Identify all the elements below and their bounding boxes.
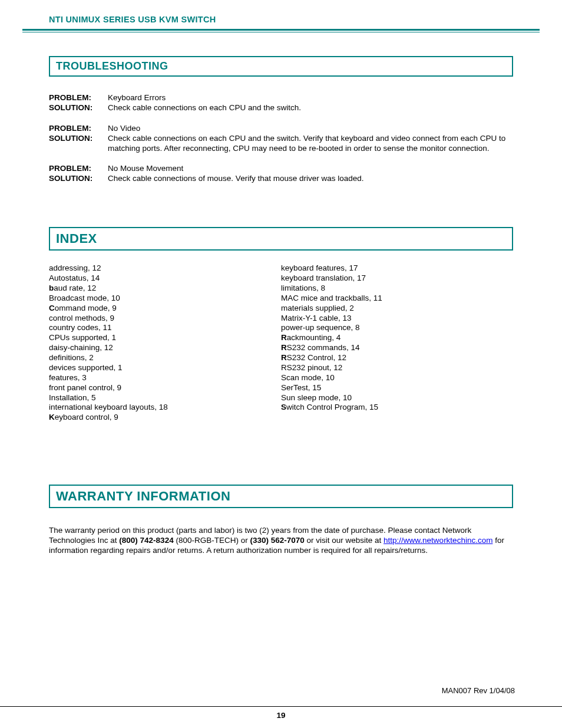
troubleshooting-content: PROBLEM: SOLUTION: Keyboard Errors Check…	[49, 93, 513, 184]
index-entry: Autostatus, 14	[49, 274, 281, 284]
index-entry: Command mode, 9	[49, 304, 281, 314]
section-heading-index: INDEX	[49, 227, 513, 251]
index-content: addressing, 12Autostatus, 14baud rate, 1…	[49, 263, 513, 423]
index-entry: addressing, 12	[49, 263, 281, 274]
index-entry: country codes, 11	[49, 323, 281, 333]
warranty-phone1: (800) 742-8324	[119, 536, 173, 545]
index-entry: international keyboard layouts, 18	[49, 403, 281, 413]
index-entry: front panel control, 9	[49, 383, 281, 393]
index-entry: Rackmounting, 4	[281, 333, 513, 343]
problem-text: No Video	[108, 124, 513, 134]
index-entry: Matrix-Y-1 cable, 13	[281, 314, 513, 324]
index-entry: baud rate, 12	[49, 284, 281, 294]
section-heading-troubleshooting: TROUBLESHOOTING	[49, 56, 513, 77]
label-solution: SOLUTION:	[49, 134, 108, 144]
footer-revision: MAN007 Rev 1/04/08	[442, 686, 515, 695]
label-solution: SOLUTION:	[49, 174, 108, 184]
solution-text: Check cable connections on each CPU and …	[108, 103, 301, 113]
index-entry: materials supplied, 2	[281, 304, 513, 314]
index-entry: control methods, 9	[49, 314, 281, 324]
index-entry: SerTest, 15	[281, 383, 513, 393]
index-entry: devices supported, 1	[49, 363, 281, 373]
problem-text: No Mouse Movement	[108, 164, 363, 174]
section-heading-warranty: WARRANTY INFORMATION	[49, 485, 513, 508]
index-entry: Scan mode, 10	[281, 373, 513, 383]
index-entry: Broadcast mode, 10	[49, 294, 281, 304]
footer-rule	[0, 706, 562, 707]
warranty-url-link[interactable]: http://www.networktechinc.com	[384, 536, 492, 545]
index-entry: limitations, 8	[281, 284, 513, 294]
index-entry: features, 3	[49, 373, 281, 383]
trouble-item: PROBLEM: SOLUTION: Keyboard Errors Check…	[49, 93, 513, 113]
warranty-text-mid1: (800-RGB-TECH) or	[174, 536, 250, 545]
index-entry: RS232 pinout, 12	[281, 363, 513, 373]
solution-text: Check cable connections on each CPU and …	[108, 134, 513, 154]
header-rule	[22, 29, 540, 32]
index-entry: Sun sleep mode, 10	[281, 393, 513, 403]
index-entry: Installation, 5	[49, 393, 281, 403]
warranty-content: The warranty period on this product (par…	[49, 526, 513, 556]
problem-text: Keyboard Errors	[108, 93, 301, 103]
index-entry: RS232 Control, 12	[281, 353, 513, 363]
index-entry: keyboard features, 17	[281, 263, 513, 274]
index-entry: daisy-chaining, 12	[49, 343, 281, 353]
label-solution: SOLUTION:	[49, 103, 108, 113]
label-problem: PROBLEM:	[49, 93, 108, 103]
index-entry: MAC mice and trackballs, 11	[281, 294, 513, 304]
label-problem: PROBLEM:	[49, 164, 108, 174]
solution-text: Check cable connections of mouse. Verify…	[108, 174, 363, 184]
index-entry: power-up sequence, 8	[281, 323, 513, 333]
warranty-text-mid2: or visit our website at	[305, 536, 384, 545]
index-entry: Keyboard control, 9	[49, 413, 281, 423]
trouble-item: PROBLEM: SOLUTION: No Mouse Movement Che…	[49, 164, 513, 184]
index-entry: Switch Control Program, 15	[281, 403, 513, 413]
trouble-item: PROBLEM: SOLUTION: No Video Check cable …	[49, 124, 513, 154]
index-entry: RS232 commands, 14	[281, 343, 513, 353]
label-problem: PROBLEM:	[49, 124, 108, 134]
page-number: 19	[0, 711, 562, 720]
warranty-phone2: (330) 562-7070	[250, 536, 304, 545]
index-entry: keyboard translation, 17	[281, 274, 513, 284]
index-entry: definitions, 2	[49, 353, 281, 363]
index-column-left: addressing, 12Autostatus, 14baud rate, 1…	[49, 263, 281, 423]
index-entry: CPUs supported, 1	[49, 333, 281, 343]
document-header-title: NTI UNIMUX SERIES USB KVM SWITCH	[22, 15, 540, 29]
index-column-right: keyboard features, 17keyboard translatio…	[281, 263, 513, 423]
